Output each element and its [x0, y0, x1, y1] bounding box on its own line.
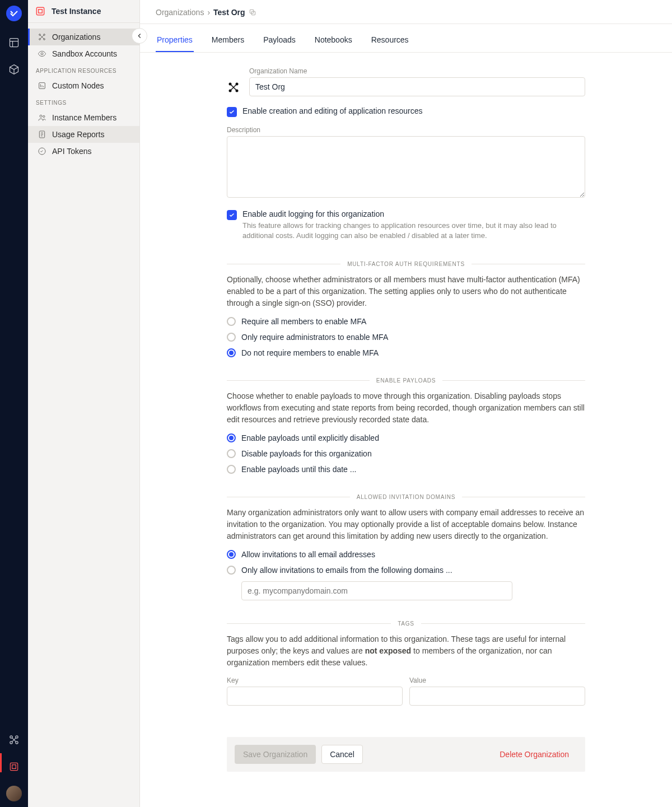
- payloads-option-until-date[interactable]: Enable payloads until this date ...: [227, 465, 585, 474]
- copy-icon[interactable]: [249, 8, 256, 16]
- sidebar-item-instance-members[interactable]: Instance Members: [28, 109, 139, 126]
- tab-notebooks[interactable]: Notebooks: [314, 27, 353, 52]
- node-icon: [38, 81, 46, 90]
- radio-icon: [227, 550, 236, 559]
- breadcrumb-root[interactable]: Organizations: [156, 8, 204, 17]
- domains-section-desc: Many organization administrators only wa…: [227, 507, 585, 542]
- save-button: Save Organization: [235, 745, 316, 764]
- domains-option-all[interactable]: Allow invitations to all email addresses: [227, 550, 585, 559]
- organization-icon: [227, 81, 240, 94]
- members-icon: [38, 113, 46, 122]
- token-icon: [38, 147, 46, 156]
- instance-icon: [35, 6, 46, 17]
- tab-properties[interactable]: Properties: [156, 27, 194, 52]
- mfa-option-admins[interactable]: Only require administrators to enable MF…: [227, 333, 585, 342]
- sidebar-section-app-resources: APPLICATION RESOURCES: [28, 62, 139, 77]
- domains-option-restrict[interactable]: Only allow invitations to emails from th…: [227, 566, 585, 575]
- rail-active-indicator: [0, 753, 2, 772]
- tab-members[interactable]: Members: [211, 27, 245, 52]
- sidebar-item-label: Instance Members: [52, 113, 116, 122]
- svg-point-3: [10, 741, 12, 744]
- svg-rect-0: [10, 39, 18, 47]
- rail-instance-icon[interactable]: [5, 758, 23, 776]
- svg-point-10: [44, 39, 45, 40]
- mfa-section-title: MULTI-FACTOR AUTH REQUIREMENTS: [340, 261, 472, 267]
- tabs: Properties Members Payloads Notebooks Re…: [140, 27, 672, 53]
- main-panel: Organizations › Test Org Properties Memb…: [140, 0, 672, 807]
- avatar[interactable]: [6, 786, 22, 801]
- domain-input: [241, 581, 512, 600]
- sidebar-item-label: API Tokens: [52, 147, 92, 156]
- radio-icon: [227, 348, 236, 357]
- svg-rect-5: [10, 763, 17, 770]
- payloads-option-enable[interactable]: Enable payloads until explicitly disable…: [227, 433, 585, 442]
- rail-network-icon[interactable]: [5, 731, 23, 749]
- audit-logging-checkbox[interactable]: [227, 210, 237, 220]
- svg-point-2: [16, 736, 18, 738]
- network-icon: [38, 32, 46, 41]
- org-name-label: Organization Name: [249, 67, 585, 75]
- nav-rail: [0, 0, 28, 807]
- radio-icon: [227, 317, 236, 326]
- sidebar-item-usage-reports[interactable]: Usage Reports: [28, 126, 139, 143]
- mfa-option-none[interactable]: Do not require members to enable MFA: [227, 348, 585, 357]
- enable-creation-checkbox[interactable]: [227, 107, 237, 117]
- tag-value-input[interactable]: [409, 687, 585, 706]
- sidebar-item-label: Organizations: [52, 32, 100, 41]
- description-label: Description: [227, 126, 585, 134]
- domains-section-title: ALLOWED INVITATION DOMAINS: [350, 494, 463, 500]
- svg-point-9: [39, 39, 41, 40]
- rail-package-icon[interactable]: [5, 60, 23, 78]
- form: Organization Name Enable creation and ed…: [227, 67, 585, 796]
- tab-payloads[interactable]: Payloads: [262, 27, 297, 52]
- enable-creation-label: Enable creation and editing of applicati…: [242, 106, 422, 115]
- cancel-button[interactable]: Cancel: [321, 745, 363, 764]
- payloads-section-desc: Choose whether to enable payloads to mov…: [227, 390, 585, 426]
- sidebar-item-custom-nodes[interactable]: Custom Nodes: [28, 77, 139, 94]
- svg-point-11: [41, 53, 43, 55]
- radio-icon: [227, 433, 236, 442]
- instance-name: Test Instance: [52, 7, 101, 16]
- app-logo-icon[interactable]: [6, 6, 22, 21]
- mfa-section-desc: Optionally, choose whether administrator…: [227, 274, 585, 309]
- tag-key-input[interactable]: [227, 687, 403, 706]
- radio-icon: [227, 333, 236, 342]
- breadcrumb: Organizations › Test Org: [140, 0, 672, 24]
- tags-section-desc: Tags allow you to add additional informa…: [227, 633, 585, 669]
- sidebar-header: Test Instance: [28, 0, 139, 23]
- description-input[interactable]: [227, 136, 585, 198]
- delete-button[interactable]: Delete Organization: [491, 745, 577, 764]
- svg-point-8: [44, 34, 45, 36]
- payloads-option-disable[interactable]: Disable payloads for this organization: [227, 449, 585, 458]
- sidebar-item-label: Usage Reports: [52, 130, 104, 139]
- svg-point-7: [39, 34, 41, 36]
- sidebar-item-organizations[interactable]: Organizations: [28, 29, 139, 45]
- collapse-sidebar-button[interactable]: [132, 28, 147, 44]
- sidebar-item-api-tokens[interactable]: API Tokens: [28, 143, 139, 160]
- rail-dashboard-icon[interactable]: [5, 34, 23, 52]
- eye-icon: [38, 49, 46, 58]
- sidebar-item-label: Custom Nodes: [52, 81, 104, 90]
- audit-logging-help: This feature allows for tracking changes…: [242, 221, 585, 241]
- svg-rect-6: [36, 7, 44, 15]
- audit-logging-label: Enable audit logging for this organizati…: [242, 209, 585, 218]
- radio-icon: [227, 449, 236, 458]
- svg-point-14: [43, 115, 45, 117]
- sidebar-section-settings: SETTINGS: [28, 94, 139, 109]
- svg-point-13: [40, 115, 42, 117]
- breadcrumb-current: Test Org: [213, 8, 245, 17]
- org-name-input[interactable]: [249, 77, 585, 96]
- mfa-option-all[interactable]: Require all members to enable MFA: [227, 317, 585, 326]
- tag-value-label: Value: [409, 677, 585, 684]
- sidebar-item-sandbox[interactable]: Sandbox Accounts: [28, 45, 139, 62]
- chevron-right-icon: ›: [207, 8, 210, 17]
- radio-icon: [227, 566, 236, 575]
- report-icon: [38, 130, 46, 139]
- payloads-section-title: ENABLE PAYLOADS: [370, 377, 443, 384]
- sidebar-item-label: Sandbox Accounts: [52, 49, 117, 58]
- tags-section-title: TAGS: [391, 621, 421, 627]
- tab-resources[interactable]: Resources: [370, 27, 410, 52]
- svg-point-1: [10, 736, 12, 738]
- svg-point-4: [16, 741, 18, 744]
- radio-icon: [227, 465, 236, 474]
